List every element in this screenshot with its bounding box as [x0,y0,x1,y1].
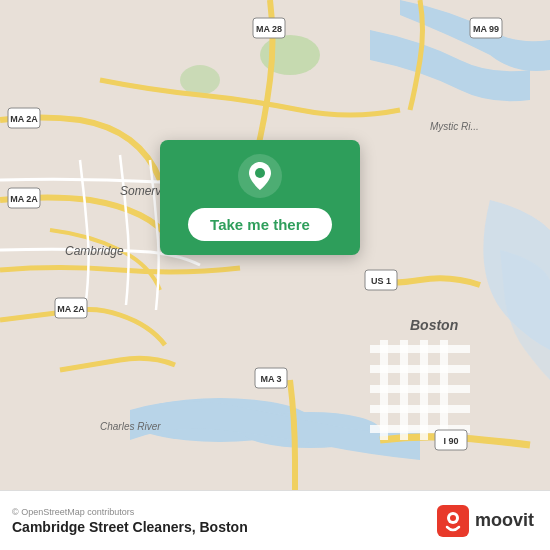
moovit-icon [437,505,469,537]
svg-text:MA 2A: MA 2A [10,114,38,124]
svg-text:MA 3: MA 3 [260,374,281,384]
svg-text:Charles River: Charles River [100,421,161,432]
svg-text:MA 2A: MA 2A [10,194,38,204]
svg-rect-12 [370,405,470,413]
svg-point-36 [255,168,265,178]
svg-text:Boston: Boston [410,317,458,333]
svg-text:MA 28: MA 28 [256,24,282,34]
svg-text:I 90: I 90 [443,436,458,446]
bottom-bar-info: © OpenStreetMap contributors Cambridge S… [12,507,248,535]
svg-text:US 1: US 1 [371,276,391,286]
location-pin-icon [238,154,282,198]
take-me-there-button[interactable]: Take me there [188,208,332,241]
location-name: Cambridge Street Cleaners, Boston [12,519,248,535]
map-attribution: © OpenStreetMap contributors [12,507,248,517]
moovit-logo: moovit [437,505,534,537]
svg-text:Cambridge: Cambridge [65,244,124,258]
popup-card: Take me there [160,140,360,255]
svg-text:Mystic Ri...: Mystic Ri... [430,121,479,132]
svg-text:MA 99: MA 99 [473,24,499,34]
bottom-bar: © OpenStreetMap contributors Cambridge S… [0,490,550,550]
svg-point-39 [450,515,456,521]
svg-rect-10 [370,365,470,373]
moovit-brand-text: moovit [475,510,534,531]
svg-rect-11 [370,385,470,393]
svg-rect-9 [370,345,470,353]
map-container: MA 2A MA 2A MA 28 MA 99 US 1 MA 3 MA 2A … [0,0,550,490]
svg-text:MA 2A: MA 2A [57,304,85,314]
svg-point-4 [180,65,220,95]
